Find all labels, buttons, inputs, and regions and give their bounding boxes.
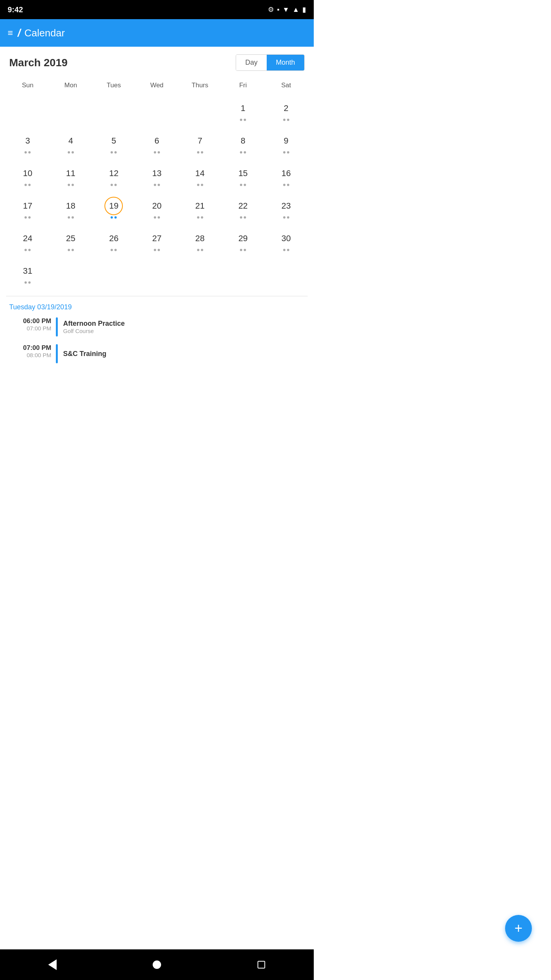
cal-cell-16[interactable]: 16 — [264, 160, 308, 193]
status-time: 9:42 — [8, 5, 23, 14]
cal-cell-empty — [178, 95, 222, 128]
cal-cell-4[interactable]: 4 — [49, 128, 93, 160]
event-item-1[interactable]: 06:00 PM 07:00 PM Afternoon Practice Gol… — [9, 317, 305, 336]
cal-cell-9[interactable]: 9 — [264, 128, 308, 160]
app-title: Calendar — [24, 27, 65, 39]
week-4: 17 18 19 20 21 22 23 — [6, 193, 308, 225]
view-toggle: Day Month — [236, 54, 305, 71]
settings-icon: ⚙ — [268, 5, 274, 14]
battery-icon: ▮ — [302, 5, 306, 14]
cal-cell-empty — [264, 258, 308, 291]
cal-cell-29[interactable]: 29 — [222, 225, 265, 258]
calendar: Sun Mon Tues Wed Thurs Fri Sat 1 2 3 4 — [0, 75, 314, 294]
cal-cell-7[interactable]: 7 — [178, 128, 222, 160]
cal-cell-empty — [222, 258, 265, 291]
cal-cell-1[interactable]: 1 — [222, 95, 265, 128]
app-logo: / — [18, 27, 21, 39]
status-icons: ⚙ ▪ ▼ ▲ ▮ — [268, 5, 306, 14]
event-2-bar — [56, 344, 58, 363]
events-section: Tuesday 03/19/2019 06:00 PM 07:00 PM Aft… — [0, 296, 314, 378]
day-header-mon: Mon — [49, 78, 93, 92]
week-3: 10 11 12 13 14 15 16 — [6, 160, 308, 193]
event-2-start: 07:00 PM — [23, 344, 51, 352]
week-2: 3 4 5 6 7 8 9 — [6, 128, 308, 160]
event-1-end: 07:00 PM — [27, 325, 51, 332]
cal-cell-19-today[interactable]: 19 — [92, 193, 135, 225]
month-title: March 2019 — [9, 57, 68, 69]
day-headers: Sun Mon Tues Wed Thurs Fri Sat — [6, 78, 308, 92]
cal-cell-empty — [135, 258, 179, 291]
cal-cell-12[interactable]: 12 — [92, 160, 135, 193]
cal-cell-3[interactable]: 3 — [6, 128, 49, 160]
day-header-fri: Fri — [222, 78, 265, 92]
month-header: March 2019 Day Month — [0, 47, 314, 75]
day-header-wed: Wed — [135, 78, 179, 92]
cal-cell-11[interactable]: 11 — [49, 160, 93, 193]
event-2-end: 08:00 PM — [27, 352, 51, 358]
day-header-thurs: Thurs — [178, 78, 222, 92]
week-5: 24 25 26 27 28 29 30 — [6, 225, 308, 258]
cal-cell-24[interactable]: 24 — [6, 225, 49, 258]
cal-cell-20[interactable]: 20 — [135, 193, 179, 225]
cal-cell-5[interactable]: 5 — [92, 128, 135, 160]
cal-cell-28[interactable]: 28 — [178, 225, 222, 258]
cal-cell-27[interactable]: 27 — [135, 225, 179, 258]
cal-cell-22[interactable]: 22 — [222, 193, 265, 225]
event-1-subtitle: Golf Course — [63, 328, 125, 334]
cal-cell-empty — [49, 95, 93, 128]
cal-cell-18[interactable]: 18 — [49, 193, 93, 225]
cal-cell-17[interactable]: 17 — [6, 193, 49, 225]
cal-cell-21[interactable]: 21 — [178, 193, 222, 225]
day-header-sat: Sat — [264, 78, 308, 92]
events-date-label: Tuesday 03/19/2019 — [9, 303, 305, 311]
event-1-details: Afternoon Practice Golf Course — [63, 317, 125, 336]
week-1: 1 2 — [6, 95, 308, 128]
cal-cell-empty — [6, 95, 49, 128]
cal-cell-empty — [49, 258, 93, 291]
cal-cell-15[interactable]: 15 — [222, 160, 265, 193]
cal-cell-26[interactable]: 26 — [92, 225, 135, 258]
cal-cell-31[interactable]: 31 — [6, 258, 49, 291]
cal-cell-empty — [92, 95, 135, 128]
cal-cell-6[interactable]: 6 — [135, 128, 179, 160]
week-6: 31 — [6, 258, 308, 291]
event-1-times: 06:00 PM 07:00 PM — [9, 317, 51, 336]
day-header-tues: Tues — [92, 78, 135, 92]
cal-cell-13[interactable]: 13 — [135, 160, 179, 193]
cal-cell-10[interactable]: 10 — [6, 160, 49, 193]
event-2-title: S&C Training — [63, 350, 106, 358]
event-2-times: 07:00 PM 08:00 PM — [9, 344, 51, 363]
cal-cell-empty — [135, 95, 179, 128]
wifi-icon: ▼ — [282, 6, 289, 14]
cal-cell-2[interactable]: 2 — [264, 95, 308, 128]
menu-icon[interactable]: ≡ — [8, 28, 13, 38]
day-view-button[interactable]: Day — [236, 55, 267, 70]
cal-cell-empty — [92, 258, 135, 291]
cal-cell-14[interactable]: 14 — [178, 160, 222, 193]
day-header-sun: Sun — [6, 78, 49, 92]
event-2-details: S&C Training — [63, 344, 106, 363]
month-view-button[interactable]: Month — [267, 55, 304, 70]
event-1-start: 06:00 PM — [23, 317, 51, 325]
event-1-title: Afternoon Practice — [63, 320, 125, 328]
event-item-2[interactable]: 07:00 PM 08:00 PM S&C Training — [9, 344, 305, 363]
cal-cell-empty — [178, 258, 222, 291]
status-bar: 9:42 ⚙ ▪ ▼ ▲ ▮ — [0, 0, 314, 19]
event-1-bar — [56, 317, 58, 336]
cal-cell-8[interactable]: 8 — [222, 128, 265, 160]
app-bar: ≡ / Calendar — [0, 19, 314, 47]
sim-icon: ▪ — [277, 6, 279, 14]
signal-icon: ▲ — [292, 6, 299, 14]
cal-cell-25[interactable]: 25 — [49, 225, 93, 258]
cal-cell-23[interactable]: 23 — [264, 193, 308, 225]
cal-cell-30[interactable]: 30 — [264, 225, 308, 258]
